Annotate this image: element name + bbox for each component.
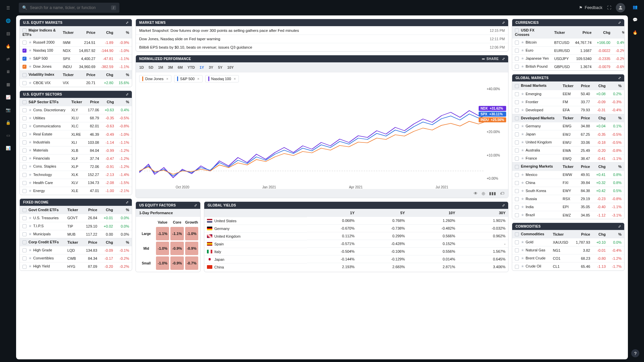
- table-row[interactable]: ★TechnologyXLK152.27-2.13-1.4%: [20, 171, 132, 179]
- range-tab-6M[interactable]: 6M: [178, 65, 183, 69]
- table-row[interactable]: ★U.S. TreasuriesGOVT26.84+0.010.0%: [20, 214, 132, 222]
- table-row[interactable]: ★Japanese YenUSDJPY109.5340-0.2335-0.2%: [512, 55, 625, 63]
- target-icon[interactable]: ◎: [482, 191, 485, 196]
- table-row[interactable]: ★EnergyXLE47.01-1.00-2.1%: [20, 187, 132, 195]
- table-row[interactable]: ★Real EstateXLRE46.39-0.49-1.0%: [20, 130, 132, 138]
- table-row[interactable]: ★Health CareXLV134.73-2.08-1.5%: [20, 179, 132, 187]
- table-row[interactable]: ★CommunicationsXLC82.01-0.63-0.8%: [20, 122, 132, 130]
- table-row[interactable]: ★EuroEURUSD1.1687-0.0022-0.2%: [512, 47, 625, 55]
- search-field[interactable]: [30, 5, 108, 10]
- table-row[interactable]: ★ChinaFXI39.84+0.320.8%: [512, 179, 624, 187]
- factor-cell[interactable]: -1.1%: [170, 227, 183, 240]
- table-row[interactable]: ★GoldXAUUSD1,787.93+0.100.0%: [512, 238, 624, 246]
- table-row[interactable]: ★FranceEWQ38.47-0.41-1.1%: [512, 155, 624, 163]
- fire-icon[interactable]: 🔥: [5, 43, 11, 50]
- table-row[interactable]: ★IndustrialsXLI103.08-1.14-1.1%: [20, 138, 132, 146]
- expand-icon[interactable]: ⤢: [126, 21, 128, 24]
- table-row[interactable]: ★BitcoinBTCUSD44,767.74+166.000.4%: [512, 39, 625, 47]
- table-row[interactable]: ★FrontierFM33.77-0.09-0.3%: [512, 98, 624, 106]
- table-row[interactable]: ★Dow JonesINDU34,960.69-382.59-1.1%: [20, 63, 132, 71]
- table-row[interactable]: ★Cons. DiscretionaryXLY177.06+0.630.4%: [20, 106, 132, 114]
- news-item[interactable]: Market Snapshot: Dow futures drop over 3…: [136, 26, 508, 35]
- search-input[interactable]: 🔍 /: [19, 3, 119, 13]
- contacts-icon[interactable]: 👥: [633, 5, 639, 11]
- lock-icon[interactable]: 🔒: [5, 119, 11, 126]
- expand-icon[interactable]: ⤢: [126, 200, 128, 204]
- table-row[interactable]: ★RussiaRSX29.19-0.23-0.8%: [512, 195, 624, 203]
- table-row[interactable]: ★High GradeLQD134.83-0.09-0.1%: [20, 246, 132, 254]
- table-row[interactable]: ★T.I.P.STIP129.10+0.020.0%: [20, 222, 132, 230]
- table-row[interactable]: ★UtilitiesXLU68.79-0.35-0.5%: [20, 114, 132, 122]
- expand-icon[interactable]: ⤢: [618, 76, 621, 80]
- table-row[interactable]: ★MaterialsXLB84.04-0.99-1.2%: [20, 146, 132, 155]
- help-button[interactable]: ?: [631, 349, 639, 357]
- yield-row[interactable]: United States0.068%0.768%1.260%1.901%: [204, 217, 508, 225]
- range-tab-1M[interactable]: 1M: [158, 65, 163, 69]
- factor-cell[interactable]: -1.0%: [185, 227, 198, 240]
- grid-icon[interactable]: ▦: [5, 81, 11, 88]
- fullscreen-icon[interactable]: ⛶: [607, 5, 611, 10]
- yield-row[interactable]: United Kingdom0.112%0.299%0.566%0.962%: [204, 232, 508, 240]
- close-icon[interactable]: ×: [166, 77, 168, 81]
- close-icon[interactable]: ×: [234, 77, 236, 81]
- table-row[interactable]: ★Nasdaq 100NDX14,857.92-144.90-1.0%: [20, 47, 132, 55]
- news-item[interactable]: Dow Jones, Nasdaq slide on Fed taper war…: [136, 35, 508, 43]
- table-row[interactable]: ★EmergingEEM50.40+0.080.2%: [512, 90, 624, 98]
- table-row[interactable]: ★S&P 500SPX4,400.27-47.81-1.1%: [20, 55, 132, 63]
- expand-icon[interactable]: ⤢: [618, 21, 621, 24]
- yield-row[interactable]: Italy-0.504%-0.106%0.556%1.567%: [204, 248, 508, 255]
- range-tab-10Y[interactable]: 10Y: [227, 65, 234, 69]
- feedback-button[interactable]: ⚑ Feedback: [579, 5, 602, 10]
- table-row[interactable]: ★JapanEWJ67.25-0.35-0.5%: [512, 130, 624, 138]
- eye-off-icon[interactable]: 👁: [474, 191, 478, 196]
- monitor-icon[interactable]: 🖥: [5, 68, 11, 75]
- performance-chart[interactable]: NDX+31.62%SPX+30.11%INDU+25.56% +40.00%+…: [136, 85, 508, 189]
- bars-icon[interactable]: ▮▮▮: [489, 191, 496, 196]
- avatar[interactable]: [616, 3, 625, 12]
- series-chip[interactable]: Dow Jones×: [139, 75, 171, 82]
- range-tab-3M[interactable]: 3M: [168, 65, 173, 69]
- expand-icon[interactable]: ⤢: [502, 203, 505, 207]
- news-icon[interactable]: ▤: [5, 30, 11, 37]
- range-tab-5D[interactable]: 5D: [149, 65, 153, 69]
- factor-cell[interactable]: -0.9%: [170, 256, 183, 270]
- globe-icon[interactable]: 🌐: [5, 17, 11, 24]
- expand-icon[interactable]: ⤢: [502, 21, 505, 24]
- table-row[interactable]: ★South KoreaEWY84.38+0.420.5%: [512, 187, 624, 195]
- table-row[interactable]: ★Russell 2000IWM214.51-1.89-0.9%: [20, 39, 132, 47]
- expand-icon[interactable]: ⤢: [126, 93, 128, 96]
- expand-icon[interactable]: ⤢: [618, 225, 621, 228]
- table-row[interactable]: ★GermanyEWG34.88+0.040.1%: [512, 122, 624, 130]
- close-icon[interactable]: ×: [197, 77, 199, 81]
- table-row[interactable]: ★ConvertiblesCWB84.34-0.17-0.2%: [20, 254, 132, 262]
- chart-icon[interactable]: 📊: [5, 145, 11, 152]
- factor-cell[interactable]: -0.9%: [170, 242, 183, 255]
- table-row[interactable]: ★United KingdomEWU33.06-0.18-0.5%: [512, 138, 624, 146]
- table-row[interactable]: ★FinancialsXLF37.74-0.47-1.2%: [20, 155, 132, 163]
- factor-cell[interactable]: -0.7%: [185, 256, 198, 270]
- factor-cell[interactable]: -1.0%: [156, 242, 169, 255]
- table-row[interactable]: ★Brent CrudeCO168.23-0.80-1.2%: [512, 254, 624, 262]
- table-row[interactable]: ★BrazilEWZ34.85-1.12-3.1%: [512, 211, 624, 219]
- menu-icon[interactable]: ☰: [5, 5, 11, 11]
- yield-row[interactable]: Japan-0.144%-0.129%0.014%0.645%: [204, 255, 508, 263]
- table-row[interactable]: ★AustraliaEWA25.49-0.20-0.8%: [512, 146, 624, 155]
- range-tab-1Y[interactable]: 1Y: [200, 65, 204, 69]
- fire-icon[interactable]: 🔥: [633, 30, 639, 37]
- table-row[interactable]: ★Natural GasNG13.82-0.01-0.4%: [512, 246, 624, 254]
- swap-icon[interactable]: ⇄: [5, 56, 11, 62]
- range-tab-5Y[interactable]: 5Y: [218, 65, 222, 69]
- factor-cell[interactable]: -1.1%: [156, 227, 169, 240]
- range-tab-1D[interactable]: 1D: [139, 65, 144, 69]
- table-row[interactable]: ★DevelopedEFA79.93-0.31-0.4%: [512, 106, 624, 114]
- range-tab-YTD[interactable]: YTD: [187, 65, 195, 69]
- trend-icon[interactable]: 📈: [5, 94, 11, 101]
- table-row[interactable]: ★British PoundGBPUSD1.3674-0.0079-0.6%: [512, 63, 625, 71]
- table-row[interactable]: ★IndiaEPI35.05-0.40-1.1%: [512, 203, 624, 211]
- message-icon[interactable]: 💬: [633, 17, 639, 24]
- expand-icon[interactable]: ⤢: [194, 203, 197, 207]
- series-chip[interactable]: S&P 500×: [174, 75, 203, 82]
- factor-cell[interactable]: -1.0%: [156, 256, 169, 270]
- table-row[interactable]: ★MunicipalsMUB117.220.000.0%: [20, 230, 132, 238]
- series-chip[interactable]: Nasdaq 100×: [205, 75, 239, 82]
